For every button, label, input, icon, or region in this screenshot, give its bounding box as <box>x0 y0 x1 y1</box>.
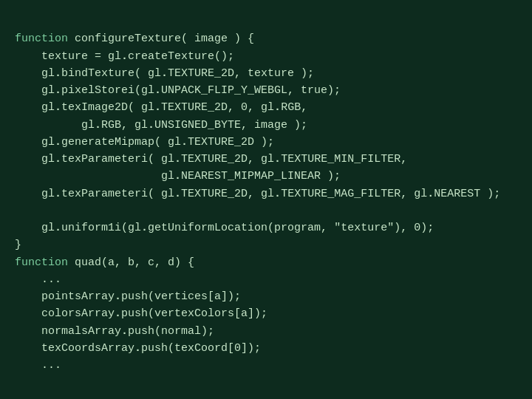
line-10: gl.texParameteri( gl.TEXTURE_2D, gl.TEXT… <box>15 188 500 200</box>
line-7: gl.generateMipmap( gl.TEXTURE_2D ); <box>15 136 274 149</box>
line-20: ... <box>15 359 61 372</box>
line-9: gl.NEAREST_MIPMAP_LINEAR ); <box>15 170 341 183</box>
line-13: } <box>15 239 21 251</box>
line-8: gl.texParameteri( gl.TEXTURE_2D, gl.TEXT… <box>15 153 407 166</box>
line-12: gl.uniform1i(gl.getUniformLocation(progr… <box>15 222 434 234</box>
line-15: ... <box>15 273 61 286</box>
line-14: function quad(a, b, c, d) { <box>15 256 194 269</box>
line-4: gl.pixelStorei(gl.UNPACK_FLIP_Y_WEBGL, t… <box>15 84 341 97</box>
line-1: function configureTexture( image ) { <box>15 33 254 45</box>
line-18: normalsArray.push(normal); <box>15 325 214 338</box>
line-6: gl.RGB, gl.UNSIGNED_BYTE, image ); <box>15 119 307 132</box>
line-16: pointsArray.push(vertices[a]); <box>15 290 241 303</box>
code-block: function configureTexture( image ) { tex… <box>0 0 532 387</box>
line-5: gl.texImage2D( gl.TEXTURE_2D, 0, gl.RGB, <box>15 101 307 114</box>
line-2: texture = gl.createTexture(); <box>15 50 234 63</box>
line-17: colorsArray.push(vertexColors[a]); <box>15 307 267 320</box>
line-11 <box>15 205 21 217</box>
line-19: texCoordsArray.push(texCoord[0]); <box>15 342 261 355</box>
line-3: gl.bindTexture( gl.TEXTURE_2D, texture )… <box>15 67 314 80</box>
